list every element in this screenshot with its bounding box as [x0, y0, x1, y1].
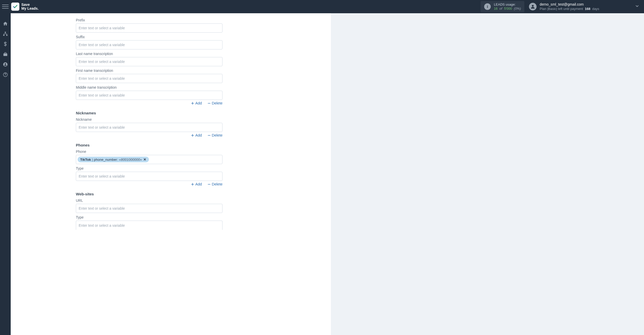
input-nickname[interactable] [76, 123, 222, 132]
nav-connections[interactable] [3, 31, 8, 37]
label-phone: Phone [76, 150, 298, 154]
form-card: Prefix Suffix Last name transcription Fi… [11, 13, 331, 335]
avatar-icon [529, 3, 537, 10]
svg-rect-6 [4, 53, 7, 56]
header-expand-button[interactable] [599, 4, 639, 9]
label-first-name-transcription: First name transcription [76, 69, 298, 73]
brand-name: Save My Leads. [21, 3, 39, 11]
label-website-type: Type [76, 215, 298, 219]
nav-help[interactable] [3, 72, 8, 77]
nav-home[interactable] [3, 21, 8, 26]
input-suffix[interactable] [76, 40, 222, 49]
user-email: demo_sml_test@gmail.com [540, 2, 599, 7]
user-menu[interactable]: demo_sml_test@gmail.com Plan |Basic| lef… [529, 2, 599, 11]
remove-chip-button[interactable]: ✕ [143, 157, 147, 162]
info-icon [484, 3, 491, 10]
input-prefix[interactable] [76, 23, 222, 33]
input-phone[interactable]: TikTok | phone_number: «8001000000» ✕ [76, 155, 222, 164]
section-phones: Phones [76, 143, 298, 147]
delete-name-button[interactable]: Delete [207, 101, 222, 105]
add-phone-button[interactable]: Add [191, 182, 202, 186]
svg-point-2 [532, 5, 534, 7]
label-nickname: Nickname [76, 117, 298, 122]
add-nickname-button[interactable]: Add [191, 133, 202, 137]
usage-value: 16 of 5'000 (0%) [494, 7, 521, 11]
usage-label: LEADS usage: [494, 3, 521, 7]
nav-billing[interactable] [3, 41, 8, 47]
input-last-name-transcription[interactable] [76, 57, 222, 66]
menu-toggle-button[interactable] [2, 3, 9, 10]
label-last-name-transcription: Last name transcription [76, 52, 298, 56]
input-first-name-transcription[interactable] [76, 74, 222, 83]
svg-point-0 [487, 5, 488, 6]
input-url[interactable] [76, 204, 222, 213]
delete-phone-button[interactable]: Delete [207, 182, 222, 186]
user-plan: Plan |Basic| left until payment 168 days [540, 7, 599, 11]
label-url: URL [76, 198, 298, 203]
svg-point-10 [5, 75, 6, 76]
nav-toolbox[interactable] [3, 51, 8, 57]
svg-rect-1 [487, 6, 488, 8]
svg-rect-3 [5, 32, 6, 33]
input-phone-type[interactable] [76, 172, 222, 181]
input-middle-name-transcription[interactable] [76, 91, 222, 100]
input-website-type[interactable] [76, 221, 222, 230]
app-logo[interactable] [11, 3, 19, 11]
label-phone-type: Type [76, 166, 298, 170]
section-nicknames: Nicknames [76, 111, 298, 115]
label-prefix: Prefix [76, 18, 298, 22]
delete-nickname-button[interactable]: Delete [207, 133, 222, 137]
nav-account[interactable] [3, 62, 8, 67]
app-header: Save My Leads. LEADS usage: 16 of 5'000 … [0, 0, 644, 13]
label-suffix: Suffix [76, 35, 298, 39]
label-middle-name-transcription: Middle name transcription [76, 85, 298, 89]
variable-chip-phone: TikTok | phone_number: «8001000000» ✕ [78, 157, 149, 162]
section-websites: Web-sites [76, 192, 298, 196]
add-name-button[interactable]: Add [191, 101, 202, 105]
svg-rect-4 [3, 35, 5, 36]
nav-sidebar [0, 13, 11, 335]
svg-point-8 [5, 63, 6, 64]
usage-indicator[interactable]: LEADS usage: 16 of 5'000 (0%) [481, 1, 524, 12]
svg-rect-5 [6, 35, 7, 36]
main-scroll[interactable]: Prefix Suffix Last name transcription Fi… [11, 13, 644, 335]
